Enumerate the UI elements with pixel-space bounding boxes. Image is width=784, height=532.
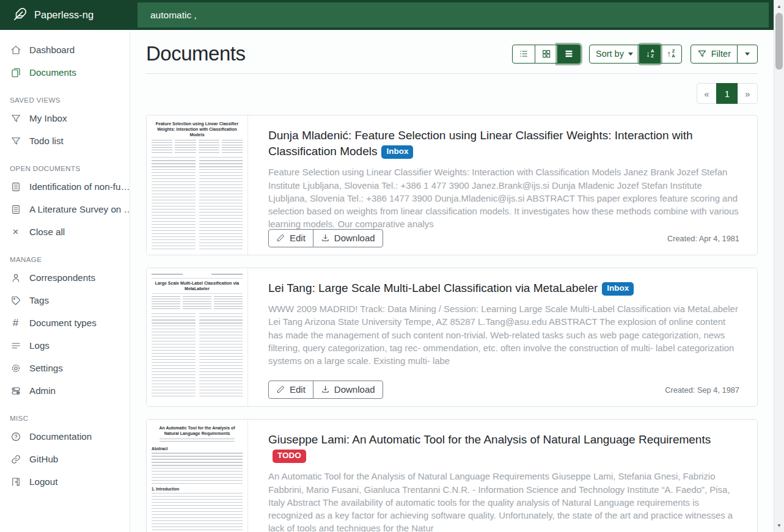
sidebar-item-dashboard[interactable]: Dashboard [0,38,130,61]
filter-dropdown-toggle[interactable] [737,45,758,64]
sidebar-item-todo-list[interactable]: Todo list [0,129,130,152]
document-title: Dunja Mladenić: Feature Selection using … [268,129,693,158]
document-excerpt: An Automatic Tool for the Analysis of Na… [268,470,739,532]
sidebar-item-github[interactable]: GitHub [0,448,130,470]
pagination-page-1-button[interactable]: 1 [716,83,738,104]
sidebar-open-document-2[interactable]: A Literature Survey on … [0,198,130,220]
arrow-up-icon: ↑ [667,49,671,58]
sort-ascending-button[interactable]: ↑ ZA [660,45,681,64]
grid-view-button[interactable] [535,45,558,64]
download-icon [321,233,330,242]
detail-view-button[interactable] [557,45,581,64]
inbox-tag-badge[interactable]: Inbox [602,282,634,296]
documents-icon [10,67,21,78]
toggles-icon [10,385,21,396]
main-content: Documents Sort by [130,30,774,532]
sidebar-item-logout[interactable]: Logout [0,470,130,493]
sidebar-item-document-types[interactable]: # Document types [0,312,130,334]
search-area [130,0,774,30]
arrow-down-icon: ↓ [646,49,650,58]
document-card: An Automatic Tool for the Analysis of Na… [146,419,758,532]
document-thumbnail[interactable]: Feature Selection using Linear Classifie… [147,115,248,255]
document-card-body: Giuseppe Lami: An Automatic Tool for the… [248,420,757,532]
sidebar-item-label: Dashboard [29,45,75,55]
scrollbar-down-arrow-icon[interactable]: ▼ [774,523,784,528]
document-excerpt: WWW 2009 MADRID! Track: Data Mining / Se… [268,303,739,368]
sidebar-item-label: Settings [29,363,63,373]
document-thumbnail[interactable]: An Automatic Tool for the Analysis of Na… [147,420,248,532]
download-button[interactable]: Download [313,381,383,399]
sidebar-item-admin[interactable]: Admin [0,379,130,402]
window-scrollbar[interactable]: ▲ ▼ [774,0,784,532]
download-label: Download [334,384,375,395]
sidebar-item-correspondents[interactable]: Correspondents [0,266,130,289]
sidebar-item-label: Close all [29,227,65,237]
pagination-next-button[interactable]: » [738,83,758,104]
grid-view-icon [541,49,551,59]
pencil-icon [276,233,285,242]
sidebar-item-label: Todo list [29,136,64,146]
edit-button[interactable]: Edit [268,381,313,399]
sidebar-open-document-1[interactable]: Identification of non-fu… [0,175,130,198]
document-card: Large Scale Multi-Label Classification v… [146,268,758,407]
sidebar-item-logs[interactable]: Logs [0,334,130,357]
thumbnail-text-block [152,493,243,532]
edit-button[interactable]: Edit [268,229,313,247]
sidebar-item-label: Correspondents [29,272,95,283]
sort-za-letters: ZA [672,49,675,59]
thumbnail-section-heading: 1. Introduction [152,487,243,491]
detail-view-icon [564,49,574,59]
brand-link[interactable]: Paperless-ng [0,0,130,30]
filter-funnel-icon [697,49,707,59]
thumbnail-text-columns [152,157,243,250]
todo-tag-badge[interactable]: TODO [273,450,306,463]
display-mode-group [512,45,581,64]
gear-icon [10,362,21,374]
sidebar-item-label: Tags [29,295,49,305]
document-excerpt: Feature Selection using Linear Classifie… [268,166,739,231]
download-label: Download [334,233,375,243]
sidebar-item-settings[interactable]: Settings [0,357,130,379]
thumbnail-paper-title: Feature Selection using Linear Classifie… [152,121,243,137]
filter-funnel-icon [10,135,21,147]
document-title-link[interactable]: Dunja Mladenić: Feature Selection using … [268,128,739,159]
sort-descending-button[interactable]: ↓ AZ [639,45,661,64]
scrollbar-thumb[interactable] [775,13,783,70]
document-title: Giuseppe Lami: An Automatic Tool for the… [268,433,711,446]
document-title-link[interactable]: Lei Tang: Large Scale Multi-Label Classi… [268,280,739,296]
saved-views-header: SAVED VIEWS [0,97,130,104]
sidebar-item-documentation[interactable]: Documentation [0,425,130,448]
document-card: Feature Selection using Linear Classifie… [146,115,758,255]
inbox-tag-badge[interactable]: Inbox [381,145,413,159]
sidebar-item-documents[interactable]: Documents [0,61,130,84]
door-icon [10,476,21,487]
caret-down-icon [628,53,633,56]
thumbnail-text-block [152,453,243,484]
created-date: Created: Sep 4, 1987 [665,385,739,395]
sidebar-item-close-all[interactable]: × Close all [0,220,130,243]
search-input[interactable] [137,2,769,27]
feather-logo-icon [13,7,27,23]
sidebar-item-my-inbox[interactable]: My Inbox [0,107,130,129]
filter-label: Filter [711,49,731,59]
sidebar-item-tags[interactable]: Tags [0,289,130,312]
list-view-button[interactable] [512,45,535,64]
pagination-prev-button[interactable]: « [697,83,717,104]
sidebar-item-label: My Inbox [29,113,67,123]
thumbnail-authors [159,439,234,443]
brand-name: Paperless-ng [34,9,93,21]
edit-label: Edit [290,384,306,395]
download-button[interactable]: Download [313,229,383,247]
thumbnail-header-lines [152,274,243,275]
scrollbar-up-arrow-icon[interactable]: ▲ [774,4,784,9]
sort-by-dropdown[interactable]: Sort by [589,45,640,64]
document-card-body: Dunja Mladenić: Feature Selection using … [248,115,757,255]
document-card-body: Lei Tang: Large Scale Multi-Label Classi… [248,268,757,406]
document-title-link[interactable]: Giuseppe Lami: An Automatic Tool for the… [268,432,739,464]
filter-button[interactable]: Filter [691,45,738,64]
link-icon [10,453,21,465]
document-thumbnail[interactable]: Large Scale Multi-Label Classification v… [147,268,248,406]
home-icon [10,44,21,56]
download-icon [321,385,330,394]
thumbnail-section-heading: Abstract [152,446,243,451]
